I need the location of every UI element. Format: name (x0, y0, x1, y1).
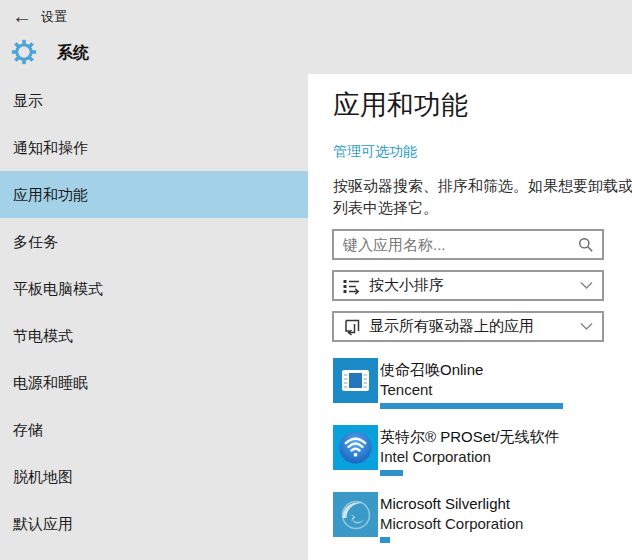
sidebar-item-label: 平板电脑模式 (13, 280, 103, 297)
app-list-item[interactable]: 英特尔® PROSet/无线软件 Intel Corporation (333, 425, 623, 483)
sidebar-item-label: 通知和操作 (13, 139, 88, 156)
window-title: 设置 (41, 8, 67, 26)
page-section-title: 系统 (57, 43, 89, 64)
sidebar-item-label: 电源和睡眠 (13, 374, 88, 391)
app-publisher: Microsoft Corporation (380, 515, 523, 532)
sidebar-item-label: 多任务 (13, 233, 58, 250)
app-size-bar (380, 470, 403, 476)
description-text: 按驱动器搜索、排序和筛选。如果想要卸载或移 列表中选择它。 (333, 175, 632, 219)
sidebar-item-label: 默认应用 (13, 515, 73, 532)
chevron-down-icon (580, 322, 593, 331)
search-input[interactable] (334, 236, 578, 253)
drive-filter-icon (343, 318, 361, 336)
sort-dropdown-value: 按大小排序 (369, 276, 580, 295)
description-line: 列表中选择它。 (333, 197, 632, 219)
description-line: 按驱动器搜索、排序和筛选。如果想要卸载或移 (333, 175, 632, 197)
page-title: 应用和功能 (333, 87, 468, 123)
app-size-bar (380, 403, 563, 409)
drive-filter-dropdown[interactable]: 显示所有驱动器上的应用 (332, 311, 604, 342)
app-icon-intel-wireless (333, 425, 378, 470)
app-publisher: Tencent (380, 381, 433, 398)
app-name: Microsoft Silverlight (380, 495, 510, 512)
app-name: 使命召唤Online (380, 361, 483, 380)
sort-icon (343, 277, 361, 295)
sidebar-item[interactable]: 默认应用 (0, 500, 308, 547)
sidebar-item-label: 节电模式 (13, 327, 73, 344)
gear-icon (10, 38, 38, 66)
sidebar-item[interactable]: 存储 (0, 406, 308, 453)
app-size-bar (380, 537, 390, 543)
search-icon[interactable] (578, 237, 594, 253)
app-publisher: Intel Corporation (380, 448, 491, 465)
sidebar-item[interactable]: 应用和功能 (0, 171, 308, 218)
sidebar-item[interactable]: 多任务 (0, 218, 308, 265)
sidebar-item-label: 应用和功能 (13, 186, 88, 203)
sidebar-item[interactable]: 节电模式 (0, 312, 308, 359)
app-icon-cod-online (333, 358, 378, 403)
title-bar: ← 设置 系统 (0, 0, 632, 74)
back-button[interactable]: ← (12, 4, 32, 28)
drive-filter-value: 显示所有驱动器上的应用 (369, 317, 580, 336)
sidebar-item[interactable]: 显示 (0, 77, 308, 124)
sidebar-item[interactable]: 脱机地图 (0, 453, 308, 500)
sort-dropdown[interactable]: 按大小排序 (332, 270, 604, 301)
sidebar-item-label: 存储 (13, 421, 43, 438)
chevron-down-icon (580, 281, 593, 290)
app-list-item[interactable]: Microsoft Silverlight Microsoft Corporat… (333, 492, 623, 550)
sidebar-item-label: 脱机地图 (13, 468, 73, 485)
sidebar-item[interactable]: 电源和睡眠 (0, 359, 308, 406)
app-icon-silverlight (333, 492, 378, 537)
app-list-item[interactable]: 使命召唤Online Tencent (333, 358, 623, 416)
manage-optional-features-link[interactable]: 管理可选功能 (333, 143, 417, 161)
sidebar-item[interactable]: 平板电脑模式 (0, 265, 308, 312)
app-search-box (332, 229, 604, 260)
settings-sidebar: 显示 通知和操作 应用和功能 多任务 平板电脑模式 节电模式 电源和睡眠 存储 … (0, 74, 308, 560)
app-name: 英特尔® PROSet/无线软件 (380, 428, 559, 447)
sidebar-item-label: 显示 (13, 92, 43, 109)
sidebar-item[interactable]: 通知和操作 (0, 124, 308, 171)
main-content: 应用和功能 管理可选功能 按驱动器搜索、排序和筛选。如果想要卸载或移 列表中选择… (308, 74, 632, 560)
